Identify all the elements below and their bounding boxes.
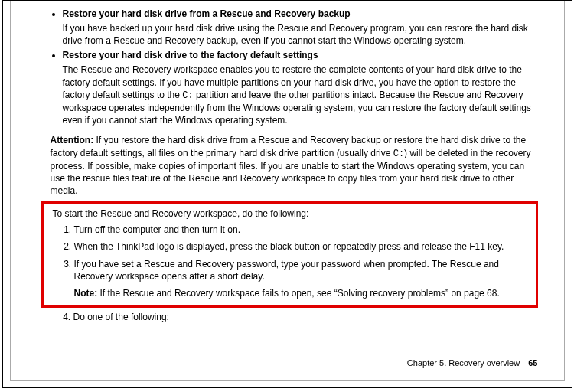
attention-block: Attention: If you restore the hard disk … [51,134,538,197]
steps-intro: To start the Rescue and Recovery workspa… [53,208,530,219]
page-number: 65 [528,358,537,368]
step-4: Do one of the following: [73,311,538,323]
content-area: Restore your hard disk drive from a Resc… [28,8,538,323]
drive-letter: C: [182,90,193,101]
bullet-item-factory-default: Restore your hard disk drive to the fact… [63,50,538,126]
step-2: When the ThinkPad logo is displayed, pre… [74,240,530,253]
step-1: Turn off the computer and then turn it o… [74,224,530,236]
bullet-body: The Rescue and Recovery workspace enable… [63,64,538,126]
note-text: If the Rescue and Recovery workspace fai… [97,288,500,299]
bullet-heading: Restore your hard disk drive from a Resc… [63,8,538,19]
highlight-box: To start the Rescue and Recovery workspa… [41,201,538,308]
bullet-body: If you have backed up your hard disk dri… [63,22,538,47]
attention-label: Attention: [51,135,94,145]
drive-letter: C: [393,149,404,159]
note-label: Note: [74,288,98,299]
steps-list: Turn off the computer and then turn it o… [50,224,530,283]
chapter-label: Chapter 5. Recovery overview [407,358,520,368]
step-3: If you have set a Rescue and Recovery pa… [74,258,530,283]
page-footer: Chapter 5. Recovery overview 65 [407,358,538,368]
bullet-list: Restore your hard disk drive from a Resc… [41,8,538,126]
bullet-heading: Restore your hard disk drive to the fact… [63,50,538,60]
bullet-item-restore-backup: Restore your hard disk drive from a Resc… [63,8,538,47]
note-line: Note: If the Rescue and Recovery workspa… [74,287,530,299]
page: hard drive, a USB device, or a network d… [10,1,565,381]
steps-list-continued: Do one of the following: [41,311,538,323]
page-container: hard drive, a USB device, or a network d… [2,0,572,388]
